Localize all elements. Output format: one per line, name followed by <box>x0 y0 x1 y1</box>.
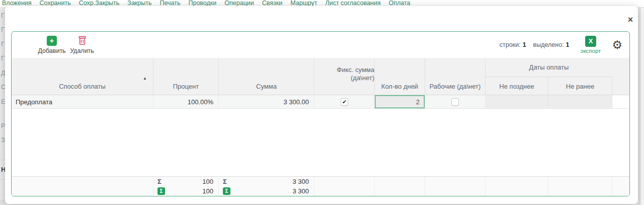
percent-selected-total-value: 100 <box>202 187 213 195</box>
close-icon[interactable]: × <box>625 14 636 25</box>
selected-count: выделено:1 <box>533 41 570 48</box>
footer-cell <box>314 186 375 196</box>
sigma-icon: Σ <box>223 178 227 185</box>
table-toolbar: + Добавить Удалить строки:1 выделе <box>12 32 629 58</box>
gear-icon[interactable]: ⚙ <box>612 39 622 50</box>
footer-cell <box>612 186 629 196</box>
footer-cell <box>425 186 486 196</box>
footer-cell <box>375 177 425 186</box>
footer-cell <box>12 186 153 196</box>
behind-label-2: Г <box>1 26 5 33</box>
behind-right-panel-edge <box>640 8 644 205</box>
export-label: экспорт <box>581 48 601 54</box>
toolbar-right-group: строки:1 выделено:1 X экспорт ⚙ <box>500 36 622 54</box>
footer-cell <box>12 177 153 186</box>
amount-total-value: 3 300 <box>292 178 309 185</box>
totals-row-2: Σ 100 Σ 3 300 <box>12 186 629 196</box>
rows-info: строки:1 выделено:1 <box>500 41 570 48</box>
cell-payment-method[interactable]: Предоплата <box>12 95 153 108</box>
footer-cell <box>425 177 486 186</box>
column-header-percent[interactable]: Процент <box>153 58 219 95</box>
payment-dialog: × + Добавить Удалить <box>5 6 638 204</box>
column-header-label: Фикс. сумма <box>337 66 374 74</box>
sigma-icon: Σ <box>157 178 162 185</box>
sort-asc-icon[interactable]: ▲ <box>143 76 147 81</box>
add-button[interactable]: + Добавить <box>37 36 67 54</box>
behind-divider-2 <box>0 179 5 180</box>
footer-cell <box>375 186 425 196</box>
cell-fixed-amount[interactable]: ✔ <box>314 95 375 108</box>
column-header-workdays[interactable]: Рабочие (да\нет) <box>425 58 486 95</box>
footer-amount-selected-total: Σ 3 300 <box>219 186 314 196</box>
payment-table-panel: + Добавить Удалить строки:1 выделе <box>11 31 630 196</box>
table-footer: Σ 100 Σ 3 300 Σ 100 <box>12 176 629 196</box>
header-filler <box>612 58 629 95</box>
footer-percent-selected-total: Σ 100 <box>153 186 219 196</box>
fixed-amount-checkbox[interactable]: ✔ <box>341 98 348 106</box>
column-header-fixed-amount[interactable]: Фикс. сумма (да\нет) <box>314 58 375 95</box>
trash-icon <box>77 36 87 46</box>
cell-not-earlier[interactable] <box>548 95 612 108</box>
behind-label-4: Г <box>1 55 5 62</box>
cell-workdays[interactable] <box>425 95 486 108</box>
delete-button[interactable]: Удалить <box>67 36 97 54</box>
rows-count: строки:1 <box>500 41 526 48</box>
export-excel-button[interactable]: X экспорт <box>581 36 601 54</box>
behind-divider <box>0 160 5 160</box>
add-button-label: Добавить <box>38 47 65 54</box>
sigma-badge-icon: Σ <box>157 187 165 195</box>
column-header-label: Способ оплаты <box>59 83 106 90</box>
workdays-checkbox[interactable] <box>451 98 459 106</box>
cell-percent[interactable]: 100.00% <box>153 95 219 108</box>
footer-amount-total: Σ 3 300 <box>219 177 314 186</box>
totals-row-1: Σ 100 Σ 3 300 <box>12 177 629 186</box>
cell-amount[interactable]: 3 300.00 <box>219 95 314 108</box>
column-header-days[interactable]: Кол-во дней <box>375 58 425 95</box>
table-header: Способ оплаты ▲ Процент Сумма Фикс. сумм… <box>12 58 629 95</box>
table-empty-area <box>12 109 629 176</box>
footer-cell <box>548 186 612 196</box>
footer-cell <box>486 177 548 186</box>
percent-total-value: 100 <box>202 178 213 185</box>
behind-panel-edge <box>0 199 5 205</box>
footer-cell <box>548 177 612 186</box>
amount-selected-total-value: 3 300 <box>292 187 309 195</box>
behind-label-3: Г <box>1 41 5 48</box>
column-header-payment-method[interactable]: Способ оплаты ▲ <box>12 58 153 95</box>
behind-label-1: Г <box>1 12 5 19</box>
column-header-label: (да\нет) <box>351 74 374 82</box>
column-header-not-earlier[interactable]: Не ранее <box>548 77 612 95</box>
footer-percent-total: Σ 100 <box>153 177 219 186</box>
cell-not-later[interactable] <box>486 95 548 108</box>
delete-button-label: Удалить <box>70 47 94 54</box>
table-row[interactable]: Предоплата 100.00% 3 300.00 ✔ 2 <box>12 95 629 109</box>
column-group-payment-dates: Даты оплаты <box>486 58 612 77</box>
column-header-not-later[interactable]: Не позднее <box>486 77 548 95</box>
row-filler <box>612 95 629 108</box>
cell-days-selected[interactable]: 2 <box>375 95 425 108</box>
behind-label-9: З <box>1 136 5 144</box>
footer-cell <box>486 186 548 196</box>
footer-cell <box>314 177 375 186</box>
behind-right-strip <box>638 7 644 205</box>
footer-cell <box>612 177 629 186</box>
sigma-badge-icon: Σ <box>223 187 230 195</box>
plus-icon: + <box>47 36 57 46</box>
column-header-amount[interactable]: Сумма <box>219 58 314 95</box>
excel-icon: X <box>585 36 596 47</box>
